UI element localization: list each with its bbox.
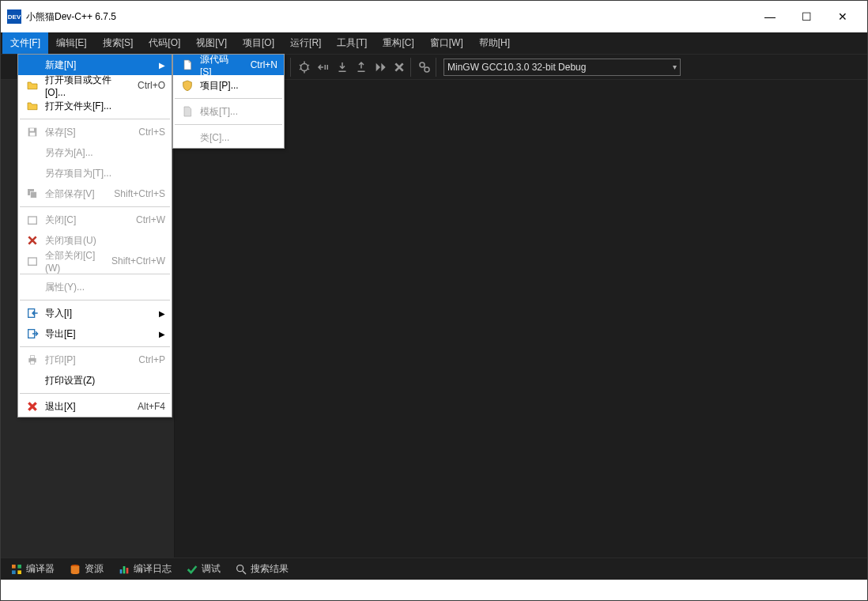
menu-2[interactable]: 搜索[S] (95, 32, 142, 54)
none-icon (25, 279, 40, 295)
file-menu-item-1[interactable]: 打开项目或文件[O]...Ctrl+O (18, 75, 172, 96)
file-menu-label: 导出[E] (45, 327, 151, 341)
new-menu-separator (175, 98, 282, 99)
svg-rect-20 (123, 566, 126, 573)
svg-rect-25 (30, 128, 34, 130)
menubar: 文件[F]编辑[E]搜索[S]代码[O]视图[V]项目[O]运行[R]工具[T]… (1, 32, 867, 55)
shield-icon (179, 77, 195, 93)
bottom-tab-label: 编译器 (26, 562, 55, 576)
menu-7[interactable]: 工具[T] (329, 32, 375, 54)
svg-rect-17 (17, 570, 21, 574)
new-menu-label: 类[C]... (200, 131, 277, 145)
bottom-tab-2[interactable]: 编译日志 (111, 559, 178, 579)
file-menu-separator (20, 119, 170, 119)
none-icon (179, 130, 195, 146)
maximize-button[interactable]: ☐ (788, 1, 825, 32)
chevron-right-icon: ▶ (159, 330, 165, 338)
step-into-icon[interactable] (333, 58, 352, 77)
new-menu-label: 项目[P]... (200, 79, 277, 93)
new-menu-item-3: 模板[T]... (173, 101, 284, 122)
app-title: 小熊猫Dev-C++ 6.7.5 (26, 10, 116, 24)
svg-rect-28 (30, 191, 36, 198)
continue-icon[interactable] (371, 58, 390, 77)
bottom-tab-3[interactable]: 调试 (179, 559, 227, 579)
file-menu-item-13: 属性(Y)... (18, 277, 172, 297)
step-over-icon[interactable] (314, 58, 333, 77)
svg-rect-21 (126, 568, 129, 573)
menu-10[interactable]: 帮助[H] (471, 32, 518, 54)
bottom-tab-1[interactable]: 资源 (62, 559, 110, 579)
file-menu-shortcut: Alt+F4 (138, 401, 165, 412)
file-menu-item-21[interactable]: 退出[X]Alt+F4 (18, 396, 172, 417)
bottom-tab-label: 搜索结果 (251, 562, 289, 576)
file-menu-label: 打印设置(Z) (45, 374, 165, 387)
file-menu-item-11: 全部关闭[C](W)Shift+Ctrl+W (18, 251, 172, 271)
menu-1[interactable]: 编辑[E] (48, 32, 95, 54)
new-menu-separator (175, 124, 282, 125)
compiler-combo[interactable]: MinGW GCC10.3.0 32-bit Debug ▾ (443, 59, 681, 76)
svg-rect-16 (12, 570, 16, 574)
db-icon (69, 563, 81, 576)
bottom-tab-0[interactable]: 编译器 (4, 559, 61, 579)
file-menu-label: 全部关闭[C](W) (45, 249, 100, 274)
file-menu-item-7: 全部保存[V]Shift+Ctrl+S (18, 183, 172, 204)
bottom-tab-4[interactable]: 搜索结果 (228, 559, 295, 579)
file-menu-shortcut: Ctrl+O (138, 80, 165, 91)
new-menu-item-1[interactable]: 项目[P]... (173, 75, 284, 96)
svg-line-23 (243, 571, 246, 574)
chevron-right-icon: ▶ (159, 309, 165, 318)
file-menu-item-16[interactable]: 导出[E]▶ (18, 323, 172, 344)
file-menu-item-2[interactable]: 打开文件夹[F]... (18, 96, 172, 116)
svg-rect-29 (28, 217, 37, 224)
new-menu-item-5: 类[C]... (173, 127, 284, 148)
file-menu-label: 属性(Y)... (45, 281, 165, 294)
menu-0[interactable]: 文件[F] (2, 32, 48, 54)
compiler-combo-label: MinGW GCC10.3.0 32-bit Debug (447, 62, 586, 73)
toolbar-separator (410, 58, 413, 77)
bars-icon (118, 563, 130, 576)
svg-rect-26 (30, 133, 36, 136)
bottom-tab-label: 编译日志 (134, 562, 172, 576)
file-menu-item-15[interactable]: 导入[I]▶ (18, 303, 172, 323)
file-menu-item-10: 关闭项目(U) (18, 230, 172, 251)
svg-rect-8 (327, 65, 329, 70)
file-menu-item-0[interactable]: 新建[N]▶ (18, 55, 172, 75)
editor-area[interactable] (175, 80, 867, 558)
file-menu-shortcut: Ctrl+S (138, 127, 165, 138)
file-menu-shortcut: Ctrl+W (136, 214, 165, 225)
menu-6[interactable]: 运行[R] (282, 32, 329, 54)
file-menu-label: 打开文件夹[F]... (45, 100, 165, 113)
new-menu-item-0[interactable]: 源代码[S]Ctrl+N (173, 55, 284, 75)
chevron-down-icon: ▾ (673, 62, 677, 71)
file-menu-label: 全部保存[V] (45, 187, 103, 201)
menu-9[interactable]: 窗口[W] (422, 32, 471, 54)
file-menu-label: 打开项目或文件[O]... (45, 74, 126, 98)
svg-rect-35 (30, 361, 34, 364)
menu-3[interactable]: 代码[O] (141, 32, 188, 54)
chevron-right-icon: ▶ (159, 61, 165, 70)
file-menu-label: 退出[X] (45, 400, 126, 414)
menu-4[interactable]: 视图[V] (188, 32, 235, 54)
close-red-icon (25, 232, 40, 248)
check-icon (186, 563, 198, 576)
minimize-button[interactable]: — (752, 1, 788, 32)
bug-icon[interactable] (295, 58, 314, 77)
file-menu-separator (20, 206, 170, 207)
stop-icon[interactable] (390, 58, 409, 77)
file-menu-item-19[interactable]: 打印设置(Z) (18, 370, 172, 391)
file-menu-item-5: 另存为[A]... (18, 142, 172, 163)
watch-icon[interactable] (415, 58, 434, 77)
none-icon (25, 145, 40, 161)
menu-8[interactable]: 重构[C] (375, 32, 421, 54)
step-out-icon[interactable] (352, 58, 371, 77)
bottom-tabbar: 编译器资源编译日志调试搜索结果 (1, 558, 867, 580)
file-menu-label: 另存为[A]... (45, 146, 165, 160)
menu-5[interactable]: 项目[O] (235, 32, 282, 54)
page-icon (179, 57, 195, 73)
file-menu-item-6: 另存项目为[T]... (18, 163, 172, 183)
import-icon (25, 305, 40, 321)
close-button[interactable]: ✕ (825, 1, 861, 32)
new-submenu-dropdown: 源代码[S]Ctrl+N项目[P]...模板[T]...类[C]... (172, 54, 285, 149)
svg-line-13 (424, 66, 425, 68)
file-menu-label: 保存[S] (45, 126, 127, 139)
